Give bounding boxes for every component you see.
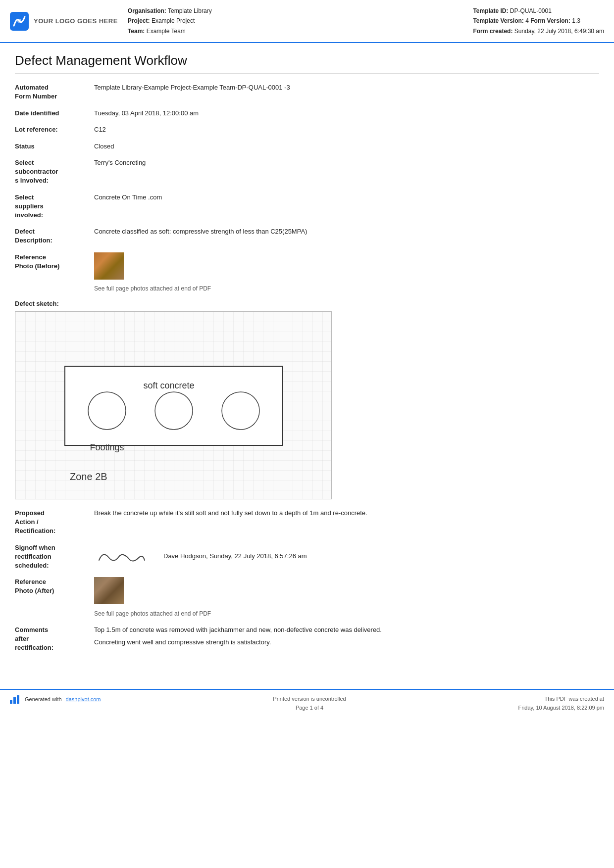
proposed-action-label: Proposed Action / Rectification:: [15, 508, 94, 536]
lot-reference-label: Lot reference:: [15, 125, 94, 134]
status-row: Status Closed: [15, 142, 599, 151]
signoff-row: Signoff when rectification scheduled: Da…: [15, 543, 599, 571]
status-label: Status: [15, 142, 94, 151]
main-content: Defect Management Workflow Automated For…: [0, 43, 614, 674]
signoff-value: Dave Hodgson, Sunday, 22 July 2018, 6:57…: [94, 543, 599, 570]
defect-description-label: Defect Description:: [15, 227, 94, 245]
sketch-text-zone: Zone 2B: [70, 471, 107, 482]
template-id-label: Template ID:: [473, 7, 508, 14]
header-meta-left: Organisation: Template Library Project: …: [128, 6, 463, 36]
header-meta-right: Template ID: DP-QUAL-0001 Template Versi…: [473, 6, 604, 36]
subcontractors-value: Terry's Concreting: [94, 158, 599, 168]
form-created-label: Form created:: [473, 28, 512, 35]
signoff-name: Dave Hodgson, Sunday, 22 July 2018, 6:57…: [163, 551, 307, 561]
dashpivot-icon: [10, 695, 21, 704]
date-identified-value: Tuesday, 03 April 2018, 12:00:00 am: [94, 108, 599, 118]
form-version-label: Form Version:: [530, 17, 570, 24]
signature-svg: [94, 543, 149, 570]
footer-pdf-date: Friday, 10 August 2018, 8:22:09 pm: [518, 704, 604, 713]
photo-before-caption: See full page photos attached at end of …: [94, 284, 599, 293]
automated-form-label: Automated Form Number: [15, 83, 94, 101]
header: YOUR LOGO GOES HERE Organisation: Templa…: [0, 0, 614, 43]
footer-right: This PDF was created at Friday, 10 Augus…: [518, 695, 604, 712]
defect-sketch-label: Defect sketch:: [15, 300, 599, 307]
org-label: Organisation:: [128, 7, 166, 14]
subcontractors-row: Select subcontractor s involved: Terry's…: [15, 158, 599, 186]
reference-photo-before-row: Reference Photo (Before) See full page p…: [15, 252, 599, 293]
suppliers-row: Select suppliers involved: Concrete On T…: [15, 193, 599, 220]
footer: Generated with dashpivot.com Printed ver…: [0, 689, 614, 717]
defect-sketch-container: soft concrete Footings Zone 2B: [15, 311, 332, 499]
status-value: Closed: [94, 142, 599, 151]
reference-photo-after-row: Reference Photo (After) See full page ph…: [15, 577, 599, 618]
svg-point-6: [222, 392, 259, 430]
reference-photo-before-label: Reference Photo (Before): [15, 252, 94, 271]
date-identified-row: Date identified Tuesday, 03 April 2018, …: [15, 108, 599, 118]
svg-rect-9: [17, 695, 19, 704]
team-value: Example Team: [147, 28, 186, 35]
footer-left: Generated with dashpivot.com: [10, 695, 101, 704]
suppliers-label: Select suppliers involved:: [15, 193, 94, 220]
svg-rect-7: [10, 700, 12, 704]
defect-description-row: Defect Description: Concrete classified …: [15, 227, 599, 245]
logo-section: YOUR LOGO GOES HERE: [10, 6, 118, 36]
proposed-action-row: Proposed Action / Rectification: Break t…: [15, 508, 599, 536]
lot-reference-value: C12: [94, 125, 599, 135]
suppliers-value: Concrete On Time .com: [94, 193, 599, 202]
template-version-label: Template Version:: [473, 17, 523, 24]
footer-page-info: Page 1 of 4: [273, 704, 346, 713]
project-value: Example Project: [152, 17, 195, 24]
org-value: Template Library: [168, 7, 212, 14]
sketch-text-soft-concrete: soft concrete: [143, 381, 194, 390]
date-identified-label: Date identified: [15, 108, 94, 118]
footer-center: Printed version is uncontrolled Page 1 o…: [273, 695, 346, 712]
photo-after-caption: See full page photos attached at end of …: [94, 609, 599, 618]
subcontractors-label: Select subcontractor s involved:: [15, 158, 94, 186]
comments-label: Comments after rectification:: [15, 625, 94, 653]
form-version-value: 1.3: [572, 17, 580, 24]
svg-point-5: [155, 392, 193, 430]
defect-sketch-section: Defect sketch: soft concrete Footings: [15, 300, 599, 499]
logo-icon: [10, 12, 29, 31]
proposed-action-value: Break the concrete up while it's still s…: [94, 508, 599, 518]
signature-image: [94, 543, 149, 570]
comments-line-2: Concreting went well and compressive str…: [94, 637, 599, 647]
lot-reference-row: Lot reference: C12: [15, 125, 599, 135]
template-id-value: DP-QUAL-0001: [510, 7, 552, 14]
reference-photo-after-label: Reference Photo (After): [15, 577, 94, 595]
sketch-text-footings: Footings: [90, 442, 124, 452]
sketch-grid: soft concrete Footings Zone 2B: [15, 312, 332, 499]
dashpivot-link[interactable]: dashpivot.com: [66, 696, 101, 702]
logo-text: YOUR LOGO GOES HERE: [34, 17, 118, 25]
automated-form-value: Template Library-Example Project-Example…: [94, 83, 599, 93]
comments-value: Top 1.5m of concrete was removed with ja…: [94, 625, 599, 647]
automated-form-row: Automated Form Number Template Library-E…: [15, 83, 599, 101]
photo-before-thumbnail: [94, 252, 124, 280]
svg-point-4: [88, 392, 126, 430]
svg-rect-8: [13, 697, 16, 704]
footer-generated-text: Generated with: [25, 696, 62, 702]
photo-after-thumbnail: [94, 577, 124, 604]
signoff-label: Signoff when rectification scheduled:: [15, 543, 94, 571]
template-version-value: 4: [525, 17, 529, 24]
reference-photo-before-value: See full page photos attached at end of …: [94, 252, 599, 293]
comments-row: Comments after rectification: Top 1.5m o…: [15, 625, 599, 653]
footer-pdf-created: This PDF was created at: [518, 695, 604, 704]
comments-line-1: Top 1.5m of concrete was removed with ja…: [94, 625, 599, 635]
form-created-value: Sunday, 22 July 2018, 6:49:30 am: [514, 28, 604, 35]
project-label: Project:: [128, 17, 150, 24]
footer-printed-version: Printed version is uncontrolled: [273, 695, 346, 704]
svg-point-1: [17, 19, 21, 23]
reference-photo-after-value: See full page photos attached at end of …: [94, 577, 599, 618]
team-label: Team:: [128, 28, 145, 35]
defect-description-value: Concrete classified as soft: compressive…: [94, 227, 599, 237]
page-title: Defect Management Workflow: [15, 53, 599, 74]
